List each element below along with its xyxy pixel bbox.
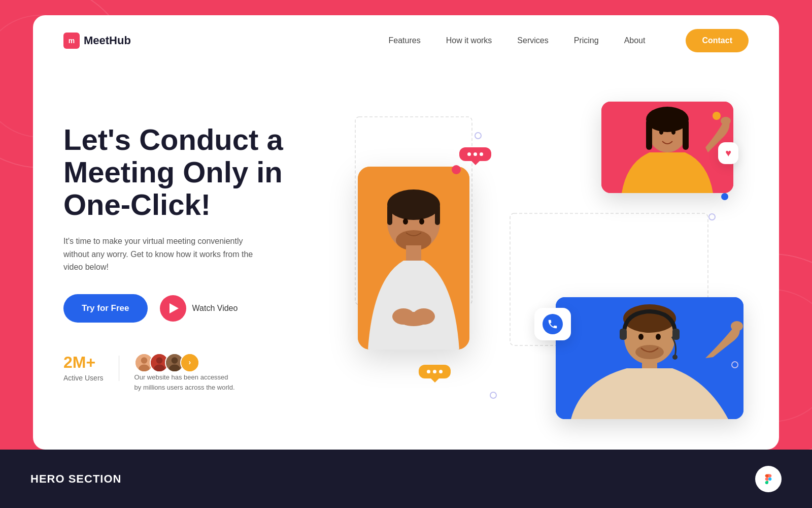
svg-text:›: › bbox=[188, 359, 191, 367]
svg-point-6 bbox=[139, 365, 149, 372]
svg-point-12 bbox=[169, 365, 180, 372]
dot-2 bbox=[473, 152, 477, 156]
svg-point-41 bbox=[656, 334, 661, 340]
navbar: m MeetHub Features How it works Services… bbox=[33, 15, 779, 66]
svg-point-47 bbox=[731, 321, 743, 331]
hero-title: Let's Conduct a Meeting Only in One-Clic… bbox=[63, 123, 327, 220]
main-video-card bbox=[358, 167, 469, 350]
hero-left: Let's Conduct a Meeting Only in One-Clic… bbox=[63, 123, 327, 392]
svg-rect-33 bbox=[683, 119, 689, 150]
nav-features[interactable]: Features bbox=[389, 36, 421, 45]
nav-links: Features How it works Services Pricing A… bbox=[389, 36, 646, 45]
svg-point-11 bbox=[171, 357, 178, 364]
svg-rect-21 bbox=[435, 205, 440, 225]
decorative-dot-outline-2 bbox=[708, 213, 716, 220]
dot-4 bbox=[427, 370, 430, 373]
decorative-dot-outline-3 bbox=[731, 361, 738, 368]
phone-inner bbox=[358, 167, 469, 350]
svg-point-45 bbox=[672, 355, 678, 360]
svg-point-40 bbox=[638, 334, 644, 340]
figma-button[interactable] bbox=[755, 466, 782, 492]
stat-access: › Our website has been accessed by milli… bbox=[134, 353, 236, 392]
dot-3 bbox=[480, 152, 483, 156]
dot-6 bbox=[439, 370, 443, 373]
decorative-dot-red bbox=[452, 165, 461, 174]
hero-subtitle: It's time to make your virtual meeting c… bbox=[63, 235, 256, 274]
hero-section: Let's Conduct a Meeting Only in One-Clic… bbox=[33, 66, 779, 450]
svg-point-22 bbox=[403, 218, 408, 225]
svg-point-19 bbox=[387, 189, 440, 220]
figma-icon bbox=[761, 472, 775, 486]
svg-point-9 bbox=[154, 365, 164, 372]
logo-letter: m bbox=[69, 37, 75, 45]
dot-1 bbox=[467, 152, 471, 156]
stat-access-text: Our website has been accessed by million… bbox=[134, 372, 236, 392]
svg-rect-20 bbox=[387, 205, 392, 225]
decorative-dot-outline-4 bbox=[490, 392, 497, 399]
call-bubble bbox=[534, 308, 571, 340]
stats: 2M+ Active Users bbox=[63, 353, 327, 392]
main-card: m MeetHub Features How it works Services… bbox=[33, 15, 779, 450]
stat-label: Active Users bbox=[63, 374, 104, 382]
nav-services[interactable]: Services bbox=[517, 36, 548, 45]
phone-icon bbox=[543, 314, 563, 334]
decorative-dot-blue bbox=[721, 193, 728, 200]
nav-about[interactable]: About bbox=[624, 36, 646, 45]
person-bottom-svg bbox=[556, 297, 743, 419]
heart-icon: ♥ bbox=[725, 147, 731, 159]
stat-divider bbox=[119, 356, 119, 381]
logo: m MeetHub bbox=[63, 33, 131, 49]
svg-point-35 bbox=[671, 130, 675, 135]
nav-how-it-works[interactable]: How it works bbox=[446, 36, 492, 45]
hero-right: ♥ bbox=[327, 86, 749, 429]
logo-text: MeetHub bbox=[84, 34, 131, 47]
dot-5 bbox=[433, 370, 436, 373]
logo-icon: m bbox=[63, 33, 80, 49]
hero-buttons: Try for Free Watch Video bbox=[63, 294, 327, 323]
contact-button[interactable]: Contact bbox=[686, 29, 749, 52]
stat-number: 2M+ bbox=[63, 353, 104, 372]
bottom-label: HERO SECTION bbox=[30, 472, 121, 486]
decorative-dot-orange bbox=[713, 112, 721, 120]
play-button[interactable] bbox=[160, 295, 186, 322]
svg-point-23 bbox=[419, 218, 424, 225]
try-free-button[interactable]: Try for Free bbox=[63, 294, 148, 323]
svg-point-28 bbox=[398, 312, 429, 326]
svg-rect-25 bbox=[406, 245, 421, 261]
watch-label: Watch Video bbox=[192, 304, 238, 313]
nav-pricing[interactable]: Pricing bbox=[574, 36, 599, 45]
person-main-svg bbox=[358, 167, 469, 350]
stat-users: 2M+ Active Users bbox=[63, 353, 104, 382]
svg-point-8 bbox=[156, 357, 162, 364]
bottom-bar: HERO SECTION bbox=[0, 450, 812, 508]
svg-rect-32 bbox=[646, 119, 652, 150]
chat-bubble-bottom bbox=[419, 365, 451, 378]
heart-bubble: ♥ bbox=[718, 142, 738, 164]
avatar-arrow: › bbox=[180, 353, 199, 372]
avatar-group: › bbox=[134, 353, 232, 372]
svg-point-36 bbox=[721, 117, 731, 125]
bottom-video-card bbox=[556, 297, 743, 419]
svg-point-42 bbox=[635, 345, 664, 359]
decorative-dot-outline-1 bbox=[475, 132, 482, 139]
chat-bubble-top bbox=[459, 147, 491, 161]
svg-point-31 bbox=[646, 107, 689, 132]
svg-rect-43 bbox=[620, 329, 627, 340]
watch-video-button[interactable]: Watch Video bbox=[160, 295, 238, 322]
svg-point-5 bbox=[141, 357, 147, 364]
svg-point-34 bbox=[659, 130, 663, 135]
